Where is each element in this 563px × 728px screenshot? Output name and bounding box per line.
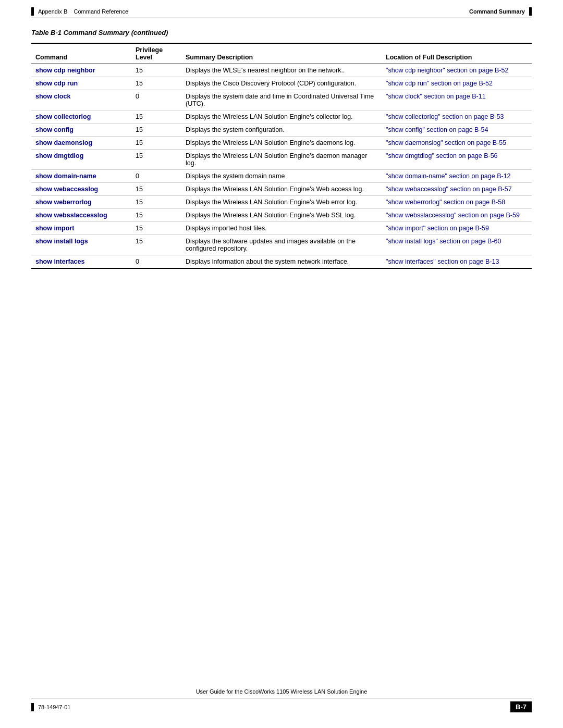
cell-location[interactable]: "show weberrorlog" section on page B-58	[382, 196, 532, 209]
col-privilege: PrivilegeLevel	[131, 43, 181, 64]
cell-command[interactable]: show cdp run	[31, 77, 131, 90]
table-row: show domain-name0Displays the system dom…	[31, 170, 532, 183]
cell-location[interactable]: "show dmgtdlog" section on page B-56	[382, 150, 532, 170]
page-container: Appendix B Command Reference Command Sum…	[0, 0, 563, 728]
cell-summary: Displays the system domain name	[181, 170, 382, 183]
cell-command[interactable]: show config	[31, 124, 131, 137]
cell-summary: Displays the Wireless LAN Solution Engin…	[181, 150, 382, 170]
command-link[interactable]: show config	[35, 126, 74, 133]
cell-location[interactable]: "show config" section on page B-54	[382, 124, 532, 137]
command-link[interactable]: show websslaccesslog	[35, 212, 107, 219]
location-link[interactable]: "show webaccesslog" section on page B-57	[386, 186, 512, 193]
table-row: show collectorlog15Displays the Wireless…	[31, 110, 532, 124]
cell-command[interactable]: show import	[31, 222, 131, 235]
cell-privilege: 15	[131, 183, 181, 196]
cell-location[interactable]: "show domain-name" section on page B-12	[382, 170, 532, 183]
table-row: show config15Displays the system configu…	[31, 124, 532, 137]
table-title: Table B-1 Command Summary (continued)	[31, 29, 532, 36]
cell-command[interactable]: show domain-name	[31, 170, 131, 183]
command-link[interactable]: show cdp run	[35, 80, 78, 87]
cell-location[interactable]: "show webaccesslog" section on page B-57	[382, 183, 532, 196]
header-left: Appendix B Command Reference	[31, 7, 128, 16]
cell-location[interactable]: "show collectorlog" section on page B-53	[382, 110, 532, 124]
command-table: Command PrivilegeLevel Summary Descripti…	[31, 43, 532, 269]
appendix-label: Appendix B	[38, 8, 67, 15]
location-link[interactable]: "show cdp run" section on page B-52	[386, 80, 493, 87]
cell-summary: Displays information about the system ne…	[181, 255, 382, 269]
location-link[interactable]: "show weberrorlog" section on page B-58	[386, 199, 505, 206]
cell-privilege: 15	[131, 124, 181, 137]
cell-summary: Displays the WLSE's nearest neighbor on …	[181, 64, 382, 77]
command-link[interactable]: show clock	[35, 93, 70, 100]
location-link[interactable]: "show collectorlog" section on page B-53	[386, 113, 504, 120]
cell-command[interactable]: show cdp neighbor	[31, 64, 131, 77]
cell-privilege: 15	[131, 110, 181, 124]
cell-command[interactable]: show dmgtdlog	[31, 150, 131, 170]
cell-command[interactable]: show websslaccesslog	[31, 209, 131, 222]
header-row: Appendix B Command Reference Command Sum…	[31, 7, 532, 18]
page-footer: User Guide for the CiscoWorks 1105 Wirel…	[0, 688, 563, 712]
table-row: show dmgtdlog15Displays the Wireless LAN…	[31, 150, 532, 170]
command-link[interactable]: show collectorlog	[35, 113, 91, 120]
cell-command[interactable]: show clock	[31, 90, 131, 110]
cell-command[interactable]: show daemonslog	[31, 137, 131, 150]
cell-summary: Displays the Wireless LAN Solution Engin…	[181, 110, 382, 124]
cell-location[interactable]: "show interfaces" section on page B-13	[382, 255, 532, 269]
cell-summary: Displays the Wireless LAN Solution Engin…	[181, 209, 382, 222]
cell-location[interactable]: "show import" section on page B-59	[382, 222, 532, 235]
command-link[interactable]: show cdp neighbor	[35, 67, 95, 74]
cell-location[interactable]: "show cdp neighbor" section on page B-52	[382, 64, 532, 77]
cell-privilege: 15	[131, 196, 181, 209]
cell-summary: Displays the Wireless LAN Solution Engin…	[181, 137, 382, 150]
cell-privilege: 15	[131, 222, 181, 235]
location-link[interactable]: "show interfaces" section on page B-13	[386, 258, 499, 265]
location-link[interactable]: "show clock" section on page B-11	[386, 93, 486, 100]
command-link[interactable]: show import	[35, 225, 74, 232]
cell-privilege: 0	[131, 255, 181, 269]
footer-page-number: B-7	[510, 701, 532, 712]
location-link[interactable]: "show install logs" section on page B-60	[386, 238, 501, 245]
command-link[interactable]: show webaccesslog	[35, 186, 98, 193]
cell-summary: Displays imported host files.	[181, 222, 382, 235]
cell-command[interactable]: show interfaces	[31, 255, 131, 269]
location-link[interactable]: "show cdp neighbor" section on page B-52	[386, 67, 508, 74]
cell-summary: Displays the software updates and images…	[181, 235, 382, 255]
cell-location[interactable]: "show clock" section on page B-11	[382, 90, 532, 110]
cell-location[interactable]: "show daemonslog" section on page B-55	[382, 137, 532, 150]
col-summary: Summary Description	[181, 43, 382, 64]
table-row: show websslaccesslog15Displays the Wirel…	[31, 209, 532, 222]
command-link[interactable]: show daemonslog	[35, 139, 92, 146]
command-link[interactable]: show dmgtdlog	[35, 152, 83, 159]
command-link[interactable]: show domain-name	[35, 172, 96, 180]
cell-command[interactable]: show weberrorlog	[31, 196, 131, 209]
main-content: Table B-1 Command Summary (continued) Co…	[0, 18, 563, 279]
location-link[interactable]: "show domain-name" section on page B-12	[386, 172, 511, 180]
cell-summary: Displays the system date and time in Coo…	[181, 90, 382, 110]
col-location: Location of Full Description	[382, 43, 532, 64]
cell-privilege: 15	[131, 209, 181, 222]
table-row: show install logs15Displays the software…	[31, 235, 532, 255]
cell-location[interactable]: "show install logs" section on page B-60	[382, 235, 532, 255]
command-link[interactable]: show install logs	[35, 238, 88, 245]
location-link[interactable]: "show dmgtdlog" section on page B-56	[386, 152, 498, 159]
cell-privilege: 0	[131, 170, 181, 183]
cell-command[interactable]: show install logs	[31, 235, 131, 255]
footer-doc-number: 78-14947-01	[38, 704, 70, 710]
footer-title-text: User Guide for the CiscoWorks 1105 Wirel…	[196, 688, 368, 695]
cell-privilege: 15	[131, 235, 181, 255]
cell-location[interactable]: "show websslaccesslog" section on page B…	[382, 209, 532, 222]
command-link[interactable]: show interfaces	[35, 258, 84, 265]
table-row: show cdp neighbor15Displays the WLSE's n…	[31, 64, 532, 77]
cell-location[interactable]: "show cdp run" section on page B-52	[382, 77, 532, 90]
location-link[interactable]: "show websslaccesslog" section on page B…	[386, 212, 520, 219]
cell-summary: Displays the Wireless LAN Solution Engin…	[181, 183, 382, 196]
cell-command[interactable]: show collectorlog	[31, 110, 131, 124]
location-link[interactable]: "show daemonslog" section on page B-55	[386, 139, 506, 146]
cell-command[interactable]: show webaccesslog	[31, 183, 131, 196]
location-link[interactable]: "show import" section on page B-59	[386, 225, 489, 232]
command-link[interactable]: show weberrorlog	[35, 199, 92, 206]
location-link[interactable]: "show config" section on page B-54	[386, 126, 488, 133]
footer-doc-title: User Guide for the CiscoWorks 1105 Wirel…	[31, 688, 532, 695]
cell-summary: Displays the Cisco Discovery Protocol (C…	[181, 77, 382, 90]
cell-summary: Displays the system configuration.	[181, 124, 382, 137]
